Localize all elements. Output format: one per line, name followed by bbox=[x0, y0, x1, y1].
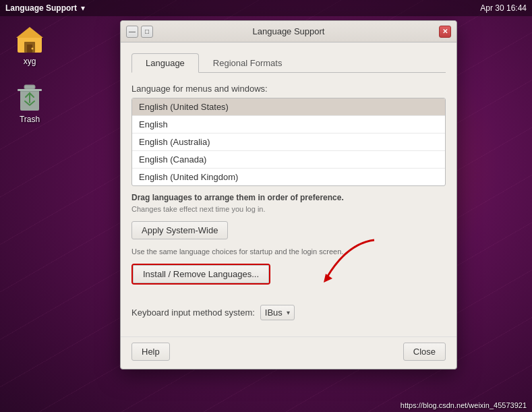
install-button-wrapper: Install / Remove Languages... bbox=[131, 264, 270, 285]
minimize-button[interactable]: — bbox=[126, 26, 138, 38]
language-item-3[interactable]: English (Canada) bbox=[132, 151, 445, 169]
language-item-1[interactable]: English bbox=[132, 116, 445, 134]
desktop-icon-home[interactable]: xyg bbox=[5, 22, 54, 69]
trash-icon-label: Trash bbox=[20, 115, 40, 124]
keyboard-method-value: IBus bbox=[265, 307, 283, 318]
language-item-0[interactable]: English (United States) bbox=[132, 98, 445, 116]
keyboard-input-label: Keyboard input method system: bbox=[131, 307, 255, 318]
language-item-4[interactable]: English (United Kingdom) bbox=[132, 169, 445, 185]
language-support-dialog: — □ Language Support ✕ Language Regional… bbox=[120, 20, 457, 370]
dialog-title: Language Support bbox=[167, 26, 411, 36]
desktop: Language Support ▾ Apr 30 16:44 xyg bbox=[0, 0, 532, 412]
close-button[interactable]: Close bbox=[403, 343, 446, 361]
dropdown-arrow-icon: ▾ bbox=[287, 309, 290, 316]
close-window-button[interactable]: ✕ bbox=[439, 26, 451, 38]
keyboard-method-dropdown[interactable]: IBus ▾ bbox=[260, 305, 295, 320]
desktop-icon-trash[interactable]: Trash bbox=[5, 80, 54, 127]
topbar-datetime: Apr 30 16:44 bbox=[480, 3, 527, 13]
tab-regional-formats[interactable]: Regional Formats bbox=[199, 53, 297, 73]
home-icon-label: xyg bbox=[24, 57, 36, 66]
dialog-content: Language Regional Formats Language for m… bbox=[121, 42, 456, 336]
svg-rect-7 bbox=[24, 85, 35, 89]
language-section-label: Language for menus and windows: bbox=[131, 84, 446, 94]
svg-marker-9 bbox=[324, 274, 332, 283]
use-same-language-text: Use the same language choices for startu… bbox=[131, 247, 446, 256]
topbar-dropdown-arrow[interactable]: ▾ bbox=[81, 3, 85, 13]
drag-subinfo: Changes take effect next time you log in… bbox=[131, 205, 446, 213]
svg-marker-1 bbox=[16, 27, 43, 38]
trash-icon bbox=[15, 82, 45, 112]
language-listbox: English (United States) English English … bbox=[131, 98, 446, 186]
tab-language[interactable]: Language bbox=[131, 53, 199, 73]
maximize-button[interactable]: □ bbox=[141, 26, 153, 38]
svg-point-4 bbox=[32, 48, 34, 50]
help-button[interactable]: Help bbox=[131, 343, 170, 361]
url-bar: https://blog.csdn.net/weixin_45573921 bbox=[401, 401, 527, 409]
drag-info: Drag languages to arrange them in order … bbox=[131, 193, 446, 202]
topbar-app-name[interactable]: Language Support bbox=[5, 3, 77, 13]
topbar: Language Support ▾ Apr 30 16:44 bbox=[0, 0, 532, 16]
topbar-left: Language Support ▾ bbox=[5, 3, 85, 13]
red-arrow-annotation bbox=[307, 237, 388, 291]
svg-rect-8 bbox=[18, 89, 42, 91]
keyboard-input-row: Keyboard input method system: IBus ▾ bbox=[131, 305, 446, 320]
language-item-2[interactable]: English (Australia) bbox=[132, 134, 445, 151]
install-remove-languages-button[interactable]: Install / Remove Languages... bbox=[133, 265, 269, 283]
dialog-footer: Help Close bbox=[121, 336, 456, 369]
home-folder-icon bbox=[15, 24, 45, 54]
tabs: Language Regional Formats bbox=[131, 53, 446, 73]
dialog-titlebar: — □ Language Support ✕ bbox=[121, 21, 456, 42]
apply-system-wide-button[interactable]: Apply System-Wide bbox=[131, 221, 228, 239]
